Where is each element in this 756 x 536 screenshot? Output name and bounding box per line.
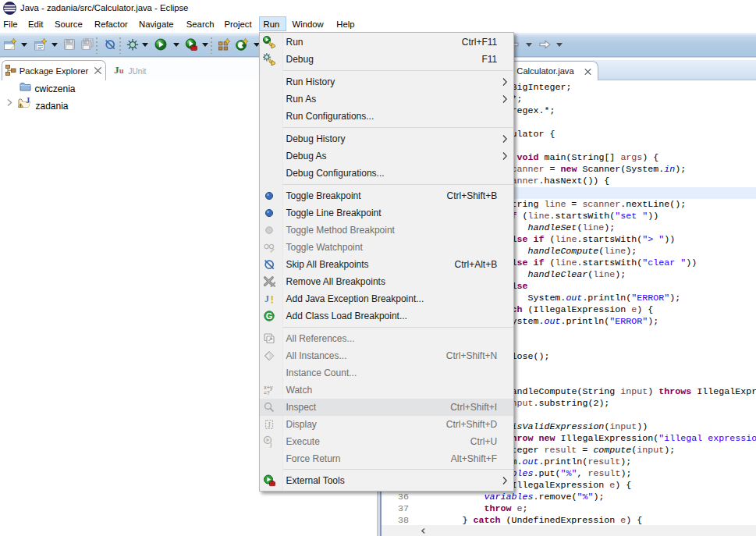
svg-text:j: j: [269, 440, 272, 448]
svg-text:J: J: [264, 293, 269, 304]
svg-text:=?: =?: [264, 391, 270, 396]
svg-text:G: G: [265, 311, 272, 321]
svg-text:J: J: [268, 421, 271, 428]
svg-text:x+y: x+y: [264, 385, 273, 391]
svg-text:J: J: [26, 96, 30, 105]
